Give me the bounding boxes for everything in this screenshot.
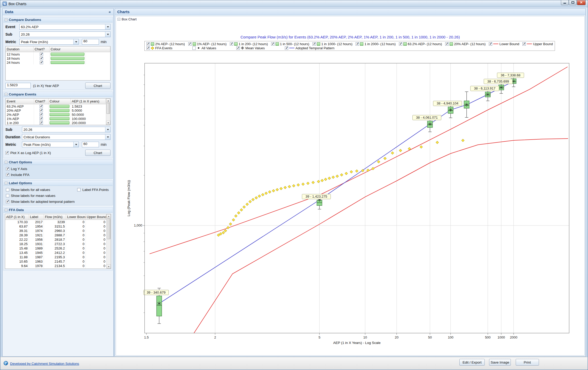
checkbox[interactable] (230, 42, 233, 46)
table-row[interactable]: 18.2519312722.300 (5, 242, 106, 246)
collapse-section-icon[interactable] (5, 93, 7, 96)
maximize-button[interactable] (569, 0, 577, 5)
checkbox[interactable] (40, 57, 43, 60)
save-image-button[interactable]: Save Image (489, 359, 511, 366)
chevron-down-icon[interactable] (73, 142, 79, 147)
table-row[interactable]: 1% AEP100.0000 (6, 117, 106, 121)
include-ffa-checkbox[interactable] (6, 173, 9, 176)
chevron-down-icon[interactable] (105, 32, 110, 37)
checkbox[interactable] (40, 113, 43, 116)
chevron-down-icon[interactable] (73, 39, 79, 44)
events-sub-combo[interactable]: 20.26 (22, 127, 111, 132)
checkbox[interactable] (40, 105, 43, 108)
chart-options-header[interactable]: Chart Options (3, 160, 113, 165)
events-minutes-input[interactable]: 60 (82, 142, 99, 147)
collapse-section-icon[interactable] (5, 18, 7, 21)
scroll-up-arrow[interactable]: ▲ (107, 214, 111, 218)
checkbox[interactable] (312, 42, 316, 46)
checkbox[interactable] (236, 46, 240, 50)
label-options-header[interactable]: Label Options (3, 181, 113, 186)
minimize-button[interactable] (561, 0, 569, 5)
checkbox[interactable] (40, 109, 43, 112)
column-header-flow[interactable]: Flow (m3/s) (44, 214, 66, 220)
checkbox[interactable] (445, 42, 449, 46)
collapse-section-icon[interactable] (5, 208, 7, 211)
scroll-up-arrow[interactable]: ▲ (106, 99, 110, 103)
column-header-colour[interactable]: Colour (49, 99, 71, 104)
checkbox[interactable] (146, 46, 150, 50)
label-ffa-points-checkbox[interactable] (77, 188, 81, 191)
ffa-scrollbar[interactable]: ▲ ▼ (106, 214, 111, 269)
column-header-chart[interactable]: Chart? (34, 46, 50, 52)
developer-link[interactable]: Developed by Catchment Simulation Soluti… (10, 362, 79, 366)
ffa-data-header[interactable]: FFA Data (3, 207, 113, 213)
duration-combo[interactable]: Critical Durations (22, 134, 111, 140)
table-row[interactable]: 11.8819872195.300 (5, 255, 106, 259)
checkbox[interactable] (40, 61, 43, 64)
checkbox[interactable] (146, 42, 150, 46)
table-row[interactable]: 24 hours (6, 60, 110, 65)
table-row[interactable]: 2% AEP50.0000 (6, 112, 106, 117)
metric-combo[interactable]: Peak Flow (m3/s) (19, 39, 79, 45)
table-row[interactable]: 12 hours (6, 52, 110, 56)
column-header-label[interactable]: Label (29, 214, 44, 220)
plot-x-log-checkbox[interactable] (5, 151, 9, 155)
chart-durations-button[interactable]: Chart (85, 83, 111, 89)
table-row[interactable]: 22.2219562818.700 (5, 237, 106, 242)
table-row[interactable]: 63.2% AEP1.5823 (6, 104, 106, 108)
table-row[interactable]: 8.8119352123.300 (5, 268, 106, 269)
column-header-colour[interactable]: Colour (50, 46, 110, 52)
checkbox[interactable] (285, 46, 288, 50)
checkbox[interactable] (192, 46, 196, 50)
chevron-down-icon[interactable] (105, 127, 110, 132)
table-row[interactable]: 28.3919212888.700 (5, 233, 106, 237)
collapse-panel-button[interactable]: « (109, 9, 111, 15)
checkbox[interactable] (399, 42, 402, 46)
column-header-chart[interactable]: Chart? (34, 99, 49, 104)
aep-year-input[interactable]: 1.5823 (5, 83, 31, 89)
table-row[interactable]: 39.3119742960.300 (5, 229, 106, 233)
edit-export-button[interactable]: Edit / Export (459, 359, 485, 366)
column-header-aep[interactable]: AEP (1 in X years) (71, 99, 106, 104)
table-row[interactable]: 63.8719543151.500 (5, 224, 106, 229)
checkbox[interactable] (489, 42, 492, 46)
scroll-down-arrow[interactable]: ▼ (107, 264, 111, 269)
table-row[interactable]: 13.4519452412.200 (5, 251, 106, 255)
chevron-down-icon[interactable] (105, 134, 110, 140)
log-y-axis-checkbox[interactable] (6, 167, 9, 171)
column-header-upper-bound[interactable]: Upper Bound (86, 214, 106, 220)
table-row[interactable]: 1 in 200200.0000 (6, 121, 106, 125)
column-header-duration[interactable]: Duration (6, 46, 34, 52)
labels-adopted-pattern-checkbox[interactable] (6, 200, 9, 203)
checkbox[interactable] (40, 117, 43, 120)
checkbox[interactable] (271, 42, 275, 46)
table-row[interactable]: 20% AEP5.0000 (6, 108, 106, 112)
labels-all-values-checkbox[interactable] (6, 188, 9, 191)
table-row[interactable]: 15.4819892526.200 (5, 246, 106, 251)
print-button[interactable]: Print (516, 359, 539, 366)
scrollbar-thumb[interactable] (107, 219, 111, 239)
table-row[interactable]: 10.6519632145.700 (5, 259, 106, 264)
collapse-section-icon[interactable] (5, 161, 7, 164)
chevron-down-icon[interactable] (105, 24, 110, 29)
events-metric-combo[interactable]: Peak Flow (m3/s) (22, 142, 79, 147)
compare-durations-header[interactable]: Compare Durations (3, 17, 113, 22)
events-scrollbar[interactable]: ▲ ▼ (106, 99, 110, 125)
sub-combo[interactable]: 20.26 (19, 31, 111, 37)
minutes-input[interactable]: 60 (82, 39, 99, 45)
collapse-section-icon[interactable] (5, 182, 7, 184)
compare-events-header[interactable]: Compare Events (3, 92, 113, 97)
checkbox[interactable] (356, 42, 359, 46)
column-header-lower-bound[interactable]: Lower Bound (66, 214, 86, 220)
labels-mean-values-checkbox[interactable] (6, 194, 9, 197)
scrollbar-thumb[interactable] (106, 103, 110, 114)
collapse-section-icon[interactable] (117, 18, 120, 21)
column-header-aep[interactable]: AEP (1 in X) (5, 214, 29, 220)
scroll-down-arrow[interactable]: ▼ (106, 121, 110, 125)
close-button[interactable]: ✕ (577, 0, 586, 5)
column-header-event[interactable]: Event (6, 99, 34, 104)
checkbox[interactable] (40, 121, 43, 125)
table-row[interactable]: 9.6419782134.500 (5, 264, 106, 268)
event-combo[interactable]: 63.2% AEP (19, 24, 111, 30)
checkbox[interactable] (188, 42, 192, 46)
